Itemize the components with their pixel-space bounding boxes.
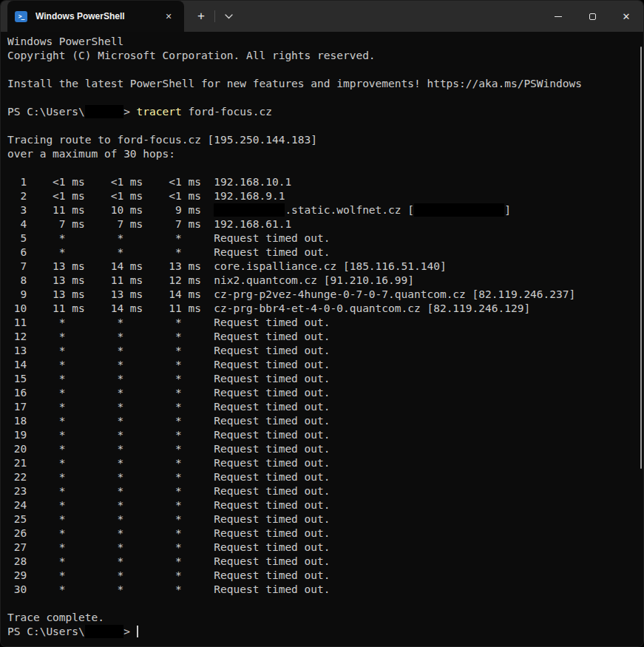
chevron-down-icon [225, 14, 233, 19]
terminal-line: 26 * * * Request timed out. [7, 526, 643, 541]
terminal-line [7, 91, 643, 105]
tab-close-button[interactable]: ✕ [160, 8, 177, 24]
terminal-line: 3 11 ms 10 ms 9 ms .static.wolfnet.cz [] [7, 203, 643, 217]
new-tab-button[interactable]: + [190, 1, 212, 32]
redaction-box [214, 203, 285, 217]
terminal-line: 6 * * * Request timed out. [7, 245, 643, 260]
terminal-line: 19 * * * Request timed out. [7, 428, 643, 442]
terminal-line: over a maximum of 30 hops: [7, 147, 643, 161]
terminal-line [7, 161, 643, 175]
terminal-line: 24 * * * Request timed out. [7, 498, 643, 512]
titlebar-drag-region [240, 1, 541, 32]
maximize-button[interactable] [575, 1, 609, 32]
terminal-window: >_ Windows PowerShell ✕ + ✕ Windows Powe… [0, 0, 644, 647]
terminal-line: 10 11 ms 14 ms 11 ms cz-prg-bbr4-et-4-0-… [7, 302, 643, 316]
terminal-line: 7 13 ms 14 ms 13 ms core.ispalliance.cz … [7, 260, 643, 274]
terminal-line: 12 * * * Request timed out. [7, 330, 643, 344]
close-icon: ✕ [623, 12, 631, 21]
terminal-line: Install the latest PowerShell for new fe… [7, 77, 643, 91]
tab-windows-powershell[interactable]: >_ Windows PowerShell ✕ [7, 1, 184, 32]
terminal-line: 22 * * * Request timed out. [7, 470, 643, 484]
terminal-line: 11 * * * Request timed out. [7, 316, 643, 330]
terminal-line [7, 119, 643, 133]
terminal-line: 25 * * * Request timed out. [7, 512, 643, 526]
terminal-output: Windows PowerShellCopyright (C) Microsof… [7, 35, 643, 639]
toolbar-divider [214, 10, 215, 22]
tab-title: Windows PowerShell [35, 11, 160, 21]
minimize-button[interactable] [541, 1, 575, 32]
terminal-line: 27 * * * Request timed out. [7, 541, 643, 555]
redaction-box [414, 203, 504, 217]
terminal-line: 8 13 ms 11 ms 12 ms nix2.quantcom.cz [91… [7, 274, 643, 288]
terminal-line: 1 <1 ms <1 ms <1 ms 192.168.10.1 [7, 175, 643, 189]
terminal-line: 18 * * * Request timed out. [7, 414, 643, 428]
redaction-box [85, 625, 123, 638]
terminal-line: 28 * * * Request timed out. [7, 555, 643, 569]
text-cursor [137, 626, 138, 637]
terminal-line: 23 * * * Request timed out. [7, 484, 643, 498]
powershell-icon: >_ [15, 11, 27, 22]
terminal-line [7, 63, 643, 77]
terminal-line: 13 * * * Request timed out. [7, 344, 643, 358]
terminal-line: 29 * * * Request timed out. [7, 569, 643, 583]
terminal-line: PS C:\Users\> [7, 625, 643, 639]
terminal-line: Windows PowerShell [7, 35, 643, 49]
terminal-line: PS C:\Users\> tracert ford-focus.cz [7, 105, 643, 119]
terminal-line: 30 * * * Request timed out. [7, 583, 643, 597]
minimize-icon [555, 16, 562, 17]
terminal-line: 5 * * * Request timed out. [7, 231, 643, 245]
tab-dropdown-button[interactable] [217, 1, 240, 32]
redaction-box [85, 105, 123, 118]
terminal-line: 4 7 ms 7 ms 7 ms 192.168.61.1 [7, 217, 643, 231]
title-bar: >_ Windows PowerShell ✕ + ✕ [1, 1, 643, 32]
scrollbar-thumb[interactable] [640, 47, 642, 469]
close-button[interactable]: ✕ [609, 1, 643, 32]
terminal-line: Copyright (C) Microsoft Corporation. All… [7, 49, 643, 63]
maximize-icon [589, 13, 596, 20]
terminal-line: 14 * * * Request timed out. [7, 358, 643, 372]
terminal-line: 20 * * * Request timed out. [7, 442, 643, 456]
terminal-line: Trace complete. [7, 611, 643, 625]
terminal-line [7, 597, 643, 611]
terminal-line: 17 * * * Request timed out. [7, 400, 643, 414]
terminal-line: 15 * * * Request timed out. [7, 372, 643, 386]
terminal-line: 21 * * * Request timed out. [7, 456, 643, 470]
terminal-line: 2 <1 ms <1 ms <1 ms 192.168.9.1 [7, 189, 643, 203]
terminal-line: Tracing route to ford-focus.cz [195.250.… [7, 133, 643, 147]
terminal-line: 16 * * * Request timed out. [7, 386, 643, 400]
terminal-body[interactable]: Windows PowerShellCopyright (C) Microsof… [1, 32, 643, 647]
terminal-line: 9 13 ms 13 ms 14 ms cz-prg-p2vez-4hunge-… [7, 288, 643, 302]
